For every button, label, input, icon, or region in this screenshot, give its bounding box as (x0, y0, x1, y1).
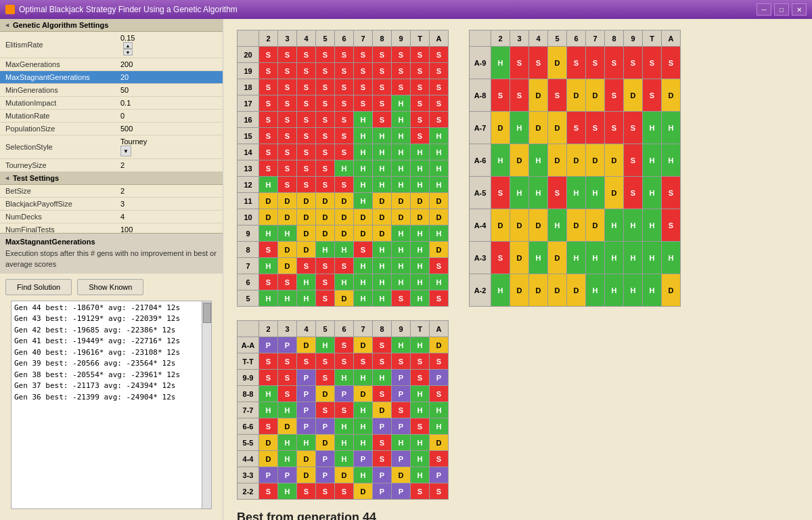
table-row: A-9HSSDSSSSSS (470, 47, 681, 79)
strategy-cell: D (297, 467, 316, 483)
strategy-cell: H (586, 274, 605, 307)
table-row: A-APPDHSDSHHD (238, 337, 449, 353)
col-header: 9 (392, 321, 411, 337)
spin-buttons[interactable]: ▲▼ (123, 42, 217, 56)
strategy-cell: S (259, 483, 278, 500)
strategy-cell: D (510, 209, 529, 242)
maximize-button[interactable]: □ (774, 3, 789, 16)
strategy-cell: P (392, 418, 411, 435)
strategy-cell: H (259, 402, 278, 418)
test-settings-table: BetSize2BlackjackPayoffSize3NumDecks4Num… (0, 185, 223, 233)
show-known-button[interactable]: Show Known (77, 279, 143, 295)
strategy-cell: S (662, 47, 681, 79)
strategy-cell: H (643, 209, 662, 242)
strategy-cell: S (411, 63, 430, 79)
setting-name-numfinaltests: NumFinalTests (0, 223, 115, 234)
strategy-cell: S (605, 47, 624, 79)
strategy-cell: H (643, 177, 662, 209)
setting-dropdown-selectionstyle[interactable]: Tourney▼ (115, 135, 223, 159)
log-area[interactable]: Gen 44 best: -18670* avg: -21704* 12sGen… (11, 301, 212, 509)
strategy-cell: H (548, 209, 567, 242)
col-header: 6 (335, 30, 354, 47)
col-header (470, 30, 491, 47)
strategy-cell: H (643, 112, 662, 144)
find-solution-button[interactable]: Find Solution (5, 279, 72, 295)
col-header: 2 (491, 30, 510, 47)
table-row: 6SSHSHHHHHH (238, 274, 449, 290)
table-row: A-3SDHDHHHHHH (470, 242, 681, 274)
strategy-cell: P (297, 418, 316, 435)
strategy-cell: S (335, 79, 354, 95)
strategy-cell: H (392, 225, 411, 242)
strategy-cell: H (430, 177, 449, 193)
col-header: A (430, 321, 449, 337)
strategy-cell: D (297, 193, 316, 209)
strategy-cell: S (624, 47, 643, 79)
strategy-cell: P (297, 386, 316, 402)
hard-strategy-table: 23456789TA20SSSSSSSSSS19SSSSSSSSSS18SSSS… (237, 30, 449, 307)
strategy-cell: S (297, 258, 316, 274)
strategy-cell: H (335, 435, 354, 451)
strategy-cell: H (354, 274, 373, 290)
test-settings-header: Test Settings (0, 172, 223, 185)
strategy-cell: P (430, 370, 449, 386)
row-header: 12 (238, 177, 259, 193)
strategy-cell: H (278, 483, 297, 500)
strategy-cell: D (586, 144, 605, 177)
strategy-cell: H (392, 128, 411, 144)
strategy-cell: S (643, 79, 662, 112)
strategy-cell: S (354, 47, 373, 63)
strategy-cell: S (259, 242, 278, 258)
strategy-cell: S (278, 95, 297, 112)
col-header: 8 (373, 321, 392, 337)
log-scrollbar[interactable] (202, 301, 211, 508)
spin-up[interactable]: ▲ (123, 42, 133, 49)
strategy-cell: S (278, 386, 297, 402)
strategy-cell: H (392, 112, 411, 128)
strategy-cell: H (411, 258, 430, 274)
setting-value-elitismrate[interactable]: 0.15▲▼ (115, 32, 223, 58)
spin-down[interactable]: ▼ (123, 49, 133, 56)
strategy-cell: S (373, 63, 392, 79)
strategy-cell: P (278, 337, 297, 353)
strategy-cell: P (373, 418, 392, 435)
left-panel: Genetic Algorithm Settings ElitismRate0.… (0, 19, 223, 520)
dropdown-arrow[interactable]: ▼ (120, 146, 131, 156)
strategy-cell: P (392, 451, 411, 467)
strategy-cell: S (430, 483, 449, 500)
col-header: T (411, 30, 430, 47)
strategy-cell: S (335, 112, 354, 128)
col-header: 2 (259, 321, 278, 337)
setting-value-maxstagnantgenerations: 20 (115, 71, 223, 84)
strategy-cell: S (297, 128, 316, 144)
table-row: A-2HDDDDHHHHD (470, 274, 681, 307)
strategy-cell: H (430, 274, 449, 290)
row-header: A-3 (470, 242, 491, 274)
strategy-cell: D (510, 274, 529, 307)
main-container: Genetic Algorithm Settings ElitismRate0.… (0, 19, 812, 520)
row-header: 8-8 (238, 386, 259, 402)
table-row: 17SSSSSSSHSS (238, 95, 449, 112)
strategy-cell: H (411, 160, 430, 177)
minimize-button[interactable]: ─ (757, 3, 771, 16)
col-header: 8 (373, 30, 392, 47)
strategy-cell: S (278, 63, 297, 79)
strategy-cell: S (605, 79, 624, 112)
window-controls: ─ □ ✕ (757, 3, 807, 16)
strategy-cell: H (354, 402, 373, 418)
strategy-cell: S (335, 177, 354, 193)
strategy-cell: S (491, 177, 510, 209)
strategy-cell: H (624, 242, 643, 274)
strategy-cell: D (335, 193, 354, 209)
strategy-cell: S (259, 353, 278, 370)
strategy-cell: H (354, 418, 373, 435)
strategy-cell: D (411, 193, 430, 209)
strategy-cell: S (373, 337, 392, 353)
row-header: 13 (238, 160, 259, 177)
strategy-cell: H (373, 177, 392, 193)
table-row: 19SSSSSSSSSS (238, 63, 449, 79)
strategy-cell: S (278, 144, 297, 160)
close-button[interactable]: ✕ (792, 3, 807, 16)
row-header: 6 (238, 274, 259, 290)
strategy-cell: H (259, 225, 278, 242)
